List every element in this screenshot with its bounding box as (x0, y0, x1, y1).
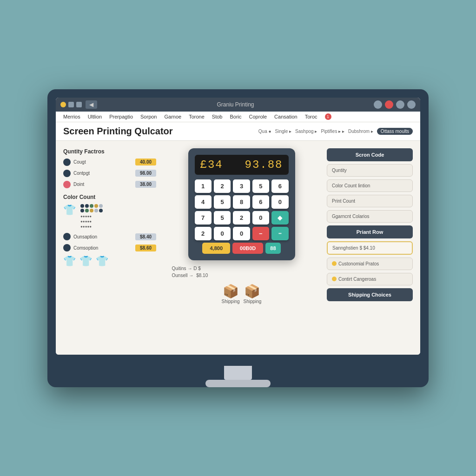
shipping-choices-btn[interactable]: Shipping Choices (327, 288, 413, 301)
option-ounsaption: Ounsaption $8.40 (63, 233, 156, 240)
tshirt-3: 👕 (96, 255, 108, 267)
color-dot (94, 209, 98, 212)
color-dot (90, 204, 93, 208)
calc-btn-0c[interactable]: 0 (214, 227, 231, 240)
nav-sorpon[interactable]: Sorpon (140, 114, 157, 119)
shipping-label-2: Shipping (244, 299, 262, 304)
label-ounsaption: Ounsaption (73, 234, 132, 239)
label-contpgt: Contpgt (73, 171, 132, 176)
box-icon-2: 📦 (244, 284, 262, 299)
tshirt-1: 👕 (63, 255, 76, 267)
action-btn-red[interactable] (385, 100, 393, 109)
bottom-label-1: Quitins → D $ (172, 266, 201, 271)
page-header: Screen Printing Qulcator Qua ● Single ▸ … (56, 122, 420, 141)
value-comsoption: $8.60 (135, 245, 156, 251)
custom-price-label: Custonomial Pratos (338, 261, 379, 266)
color-count-field[interactable]: Color Count lintion (327, 179, 413, 192)
calc-btn-diamond[interactable]: ◆ (271, 211, 288, 225)
calc-btn-2b[interactable]: 2 (233, 211, 250, 225)
dot-doint (63, 181, 71, 188)
breadcrumb-active[interactable]: Ottass moults (377, 128, 413, 135)
calc-btn-1[interactable]: 1 (195, 179, 212, 193)
back-button[interactable]: ◀ (86, 100, 97, 109)
calc-btn-8[interactable]: 8 (233, 195, 250, 209)
nav-prerpagtio[interactable]: Prerpagtio (109, 114, 133, 119)
garment-colors-field[interactable]: Ggarncnt Colarios (327, 210, 413, 223)
nav-cansation[interactable]: Cansation (274, 114, 298, 119)
label-comsoption: Comsoption (73, 245, 132, 251)
print-count-field[interactable]: Print Count (327, 195, 413, 207)
calc-btn-88[interactable]: 88 (265, 243, 280, 254)
priant-row-btn[interactable]: Priant Row (327, 225, 413, 238)
calc-btn-5b[interactable]: 5 (214, 195, 231, 209)
calc-btn-4[interactable]: 4 (195, 195, 212, 209)
calc-display-left: £34 (200, 159, 223, 171)
calc-btn-5[interactable]: 5 (252, 179, 269, 193)
calc-btn-6[interactable]: 6 (271, 179, 288, 193)
nav-badge: 1 (325, 113, 331, 120)
monitor-stand (56, 355, 420, 387)
stand-neck (224, 366, 252, 380)
calc-btn-7[interactable]: 7 (195, 211, 212, 225)
calc-btn-3[interactable]: 3 (233, 179, 250, 193)
calc-btn-00b0d[interactable]: 00B0D (232, 243, 263, 254)
box-icon-1: 📦 (222, 284, 240, 299)
factor-contpgt: Contpgt 98.00 (63, 170, 156, 177)
breadcrumb-4[interactable]: Piptifies ▸ ▸ (321, 129, 344, 134)
shipping-label-1: Shipping (222, 299, 240, 304)
browser-actions (374, 100, 416, 109)
breadcrumb-1[interactable]: Qua ● (258, 129, 271, 134)
color-dot (85, 204, 89, 208)
calc-btn-0b[interactable]: 0 (252, 211, 269, 225)
browser-controls (60, 102, 82, 107)
calc-btn-5c[interactable]: 5 (214, 211, 231, 225)
bottom-value-2: $8.10 (196, 273, 208, 278)
color-dot (99, 204, 103, 208)
nav-ultlion[interactable]: Ultlion (88, 114, 102, 119)
list-button[interactable] (76, 102, 82, 107)
monitor: ◀ Graniu Printing Merrios Ultlion Prerpa… (47, 89, 429, 387)
action-btn-3[interactable] (396, 100, 404, 109)
color-dot (90, 209, 93, 212)
calc-btn-2c[interactable]: 2 (195, 227, 212, 240)
action-btn-1[interactable] (374, 100, 382, 109)
calc-buttons: 1 2 3 5 6 4 5 8 6 0 7 5 2 0 ◆ (195, 179, 289, 240)
play-button[interactable] (60, 102, 66, 107)
page-title: Screen Printing Qulcator (63, 126, 173, 137)
nav-coprole[interactable]: Coprole (249, 114, 267, 119)
label-doint: Doint (73, 182, 132, 187)
calc-display: £34 93.88 (195, 155, 289, 175)
breadcrumb-5[interactable]: Dubshrom ▸ (348, 129, 373, 134)
calc-btn-4800[interactable]: 4,800 (202, 243, 230, 254)
quantity-field[interactable]: Quntity (327, 164, 413, 177)
calc-btn-minus[interactable]: − (252, 227, 269, 240)
action-btn-4[interactable] (407, 100, 416, 109)
suggestion-field[interactable]: Sannghstien $ $4.10 (327, 241, 413, 255)
nav-torone[interactable]: Torone (189, 114, 205, 119)
shipping-icons: 📦 Shipping 📦 Shipping (172, 284, 311, 304)
suggestion-label: Sannghstien $ $4.10 (332, 245, 375, 251)
calc-btn-teal-extra[interactable]: ▪▪ (271, 227, 288, 240)
calc-btn-6b[interactable]: 6 (252, 195, 269, 209)
dot-comsoption (63, 244, 71, 251)
calc-btn-0d[interactable]: 0 (233, 227, 250, 240)
nav-merrios[interactable]: Merrios (63, 114, 80, 119)
breadcrumb-2[interactable]: Single ▸ (275, 129, 292, 134)
tshirt-icon-1: 👕 (63, 204, 76, 216)
calc-btn-0a[interactable]: 0 (271, 195, 288, 209)
color-dot (94, 204, 98, 208)
nav-stob[interactable]: Stob (212, 114, 223, 119)
nav-toroc[interactable]: Toroc (305, 114, 317, 119)
bottom-row-2: Ounsell → $8.10 (172, 273, 311, 278)
stand-dot (234, 356, 242, 364)
nav-garnoe[interactable]: Garnoe (165, 114, 182, 119)
breadcrumb-3[interactable]: Sashpog ▸ (295, 129, 317, 134)
scron-code-btn[interactable]: Scron Code (327, 148, 413, 161)
opt-dot-1 (332, 261, 337, 266)
custom-price-option[interactable]: Custonomial Pratos (327, 258, 413, 270)
doc-button[interactable] (68, 102, 74, 107)
color-dot (99, 209, 103, 212)
nav-boric[interactable]: Boric (230, 114, 241, 119)
contirt-categories-option[interactable]: Contirt Cangeroas (327, 273, 413, 285)
calc-btn-2[interactable]: 2 (214, 179, 231, 193)
